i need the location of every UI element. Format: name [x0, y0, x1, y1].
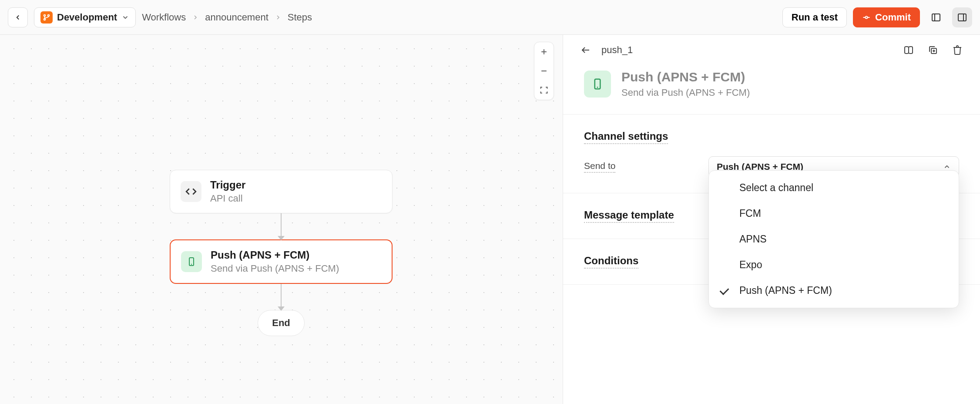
- svg-point-3: [866, 16, 868, 18]
- push-step-node[interactable]: Push (APNS + FCM) Send via Push (APNS + …: [170, 239, 393, 284]
- zoom-in-button[interactable]: [534, 42, 554, 61]
- copy-plus-icon: [928, 45, 938, 55]
- chevron-down-icon: [121, 13, 129, 21]
- commit-icon: [862, 13, 871, 22]
- svg-point-0: [44, 14, 46, 16]
- trigger-node[interactable]: Trigger API call: [170, 170, 393, 213]
- step-summary: Push (APNS + FCM) Send via Push (APNS + …: [563, 65, 980, 114]
- zoom-out-button[interactable]: [534, 61, 554, 81]
- mobile-icon: [181, 251, 202, 272]
- fit-view-button[interactable]: [534, 81, 554, 100]
- dropdown-option[interactable]: FCM: [709, 201, 959, 226]
- duplicate-button[interactable]: [924, 41, 942, 59]
- main: Trigger API call Push (APNS + FCM) Send …: [0, 35, 980, 404]
- dropdown-option[interactable]: APNS: [709, 226, 959, 252]
- step-id: push_1: [601, 44, 633, 56]
- plus-icon: [540, 47, 548, 56]
- zoom-controls: [534, 42, 554, 100]
- minus-icon: [540, 67, 548, 75]
- commit-button[interactable]: Commit: [853, 7, 920, 27]
- arrow-left-icon: [581, 45, 591, 55]
- node-title: Trigger: [210, 179, 382, 191]
- panel-right-button[interactable]: [952, 7, 972, 27]
- step-subtitle: Send via Push (APNS + FCM): [621, 87, 750, 98]
- dropdown-option[interactable]: Select a channel: [709, 175, 959, 201]
- channel-settings-section: Channel settings Send to Push (APNS + FC…: [563, 114, 980, 193]
- branch-icon: [40, 11, 53, 24]
- panel-left-icon: [931, 12, 941, 23]
- panel-left-button[interactable]: [926, 7, 946, 27]
- section-title: Channel settings: [584, 130, 668, 144]
- chevron-left-icon: [14, 13, 22, 21]
- run-test-button[interactable]: Run a test: [782, 7, 847, 27]
- svg-rect-6: [932, 14, 940, 21]
- delete-button[interactable]: [949, 41, 966, 59]
- code-icon: [181, 181, 201, 202]
- workflow-canvas[interactable]: Trigger API call Push (APNS + FCM) Send …: [0, 35, 563, 404]
- mobile-icon: [584, 71, 611, 98]
- environment-label: Development: [57, 12, 117, 23]
- section-title: Conditions: [584, 255, 638, 269]
- svg-point-1: [48, 14, 50, 16]
- side-panel: push_1 Push (APNS + FCM) Send via Push (…: [563, 35, 980, 404]
- breadcrumb: Workflows announcement Steps: [142, 12, 312, 23]
- breadcrumb-item[interactable]: Steps: [288, 12, 312, 23]
- section-title: Message template: [584, 209, 674, 223]
- docs-button[interactable]: [900, 41, 917, 59]
- dropdown-option[interactable]: Push (APNS + FCM): [709, 278, 959, 303]
- node-title: Push (APNS + FCM): [211, 249, 381, 261]
- header: Development Workflows announcement Steps…: [0, 0, 980, 35]
- panel-back-button[interactable]: [577, 41, 594, 59]
- send-to-label: Send to: [584, 161, 615, 173]
- step-title: Push (APNS + FCM): [621, 70, 750, 84]
- svg-rect-8: [958, 14, 966, 21]
- panel-right-icon: [957, 12, 967, 23]
- chevron-right-icon: [275, 14, 282, 21]
- end-node[interactable]: End: [258, 310, 305, 336]
- environment-selector[interactable]: Development: [34, 7, 136, 27]
- breadcrumb-item[interactable]: Workflows: [142, 12, 186, 23]
- book-icon: [903, 45, 914, 55]
- node-subtitle: API call: [210, 193, 382, 204]
- chevron-up-icon: [943, 163, 951, 171]
- send-to-dropdown: Select a channel FCM APNS Expo Push (APN…: [708, 170, 959, 308]
- back-button[interactable]: [8, 7, 28, 27]
- panel-header: push_1: [563, 35, 980, 65]
- trash-icon: [952, 45, 963, 55]
- chevron-right-icon: [192, 14, 199, 21]
- fullscreen-icon: [540, 86, 548, 94]
- dropdown-option[interactable]: Expo: [709, 252, 959, 278]
- breadcrumb-item[interactable]: announcement: [205, 12, 268, 23]
- node-subtitle: Send via Push (APNS + FCM): [211, 263, 381, 274]
